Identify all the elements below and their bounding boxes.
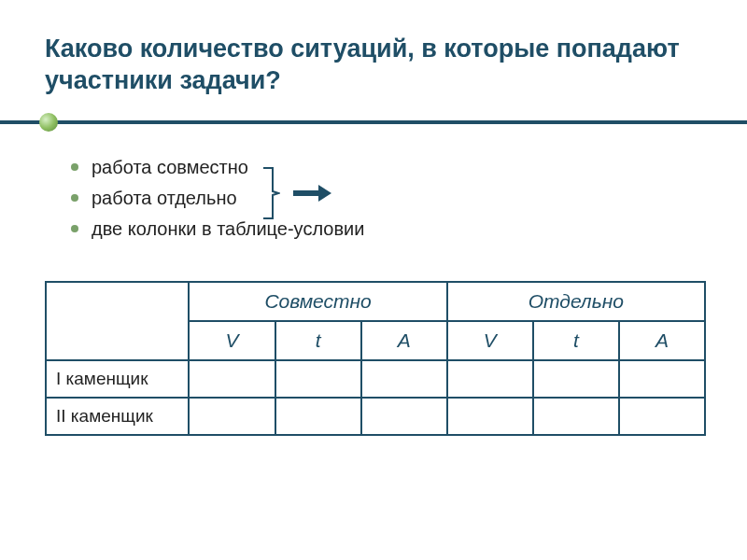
table-col-header: A [361, 321, 447, 360]
bracket-arrow [261, 166, 319, 220]
table-cell [275, 398, 361, 435]
table-col-header: V [447, 321, 533, 360]
table-cell [619, 398, 705, 435]
bullet-icon [71, 225, 78, 232]
table-group-header: Совместно [189, 282, 446, 321]
divider [45, 114, 706, 131]
arrow-right-icon [293, 190, 319, 196]
table-cell [533, 398, 619, 435]
table-group-header: Отдельно [447, 282, 705, 321]
list-text: работа совместно [92, 157, 248, 178]
list-text: две колонки в таблице-условии [92, 218, 364, 240]
accent-ball-icon [39, 113, 58, 132]
bullet-icon [71, 194, 78, 202]
table-cell [189, 398, 275, 435]
slide-title: Каково количество ситуаций, в которые по… [45, 34, 706, 97]
list-item: работа совместно [71, 157, 706, 178]
table-cell [275, 360, 361, 398]
list-item: две колонки в таблице-условии [71, 218, 706, 240]
table-col-header: A [619, 321, 705, 360]
table-cell [619, 360, 705, 398]
table-row: II каменщик [46, 398, 705, 435]
table-cell [189, 360, 275, 398]
table-cell [447, 360, 533, 398]
bullet-list: работа совместно работа отдельно две кол… [71, 157, 706, 240]
table-cell [361, 360, 447, 398]
table-col-header: V [189, 321, 275, 360]
table-col-header: t [275, 321, 361, 360]
table-cell [361, 398, 447, 435]
table-col-header: t [533, 321, 619, 360]
list-text: работа отдельно [92, 188, 237, 209]
bullet-icon [71, 163, 78, 171]
condition-table: Совместно Отдельно V t A V t A I каменщи… [45, 281, 706, 436]
table-row-label: I каменщик [46, 360, 189, 398]
list-item: работа отдельно [71, 188, 706, 209]
table-cell [447, 398, 533, 435]
bracket-icon [261, 166, 280, 220]
table-corner [46, 282, 189, 360]
table-cell [533, 360, 619, 398]
table-row-label: II каменщик [46, 398, 189, 435]
table-row: I каменщик [46, 360, 705, 398]
